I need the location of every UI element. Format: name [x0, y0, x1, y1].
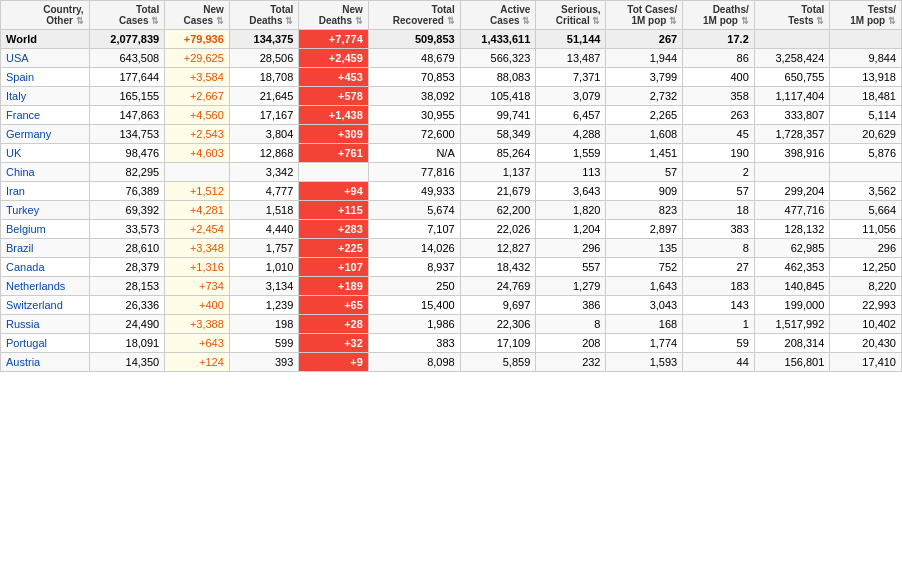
serious-critical-cell: 113	[536, 163, 606, 182]
country-cell: USA	[1, 49, 90, 68]
active-cases-cell: 58,349	[460, 125, 536, 144]
tests-1m-cell: 8,220	[830, 277, 902, 296]
tot-cases-1m-cell: 1,593	[606, 353, 683, 372]
total-cases-cell: 28,610	[89, 239, 165, 258]
country-link[interactable]: Germany	[6, 128, 51, 140]
country-link[interactable]: China	[6, 166, 35, 178]
country-link[interactable]: Belgium	[6, 223, 46, 235]
serious-critical-cell: 1,559	[536, 144, 606, 163]
country-link[interactable]: Switzerland	[6, 299, 63, 311]
total-deaths-cell: 1,010	[229, 258, 298, 277]
total-recovered-cell: 7,107	[368, 220, 460, 239]
tot-cases-1m-cell: 909	[606, 182, 683, 201]
deaths-1m-cell: 190	[683, 144, 755, 163]
active-cases-cell: 9,697	[460, 296, 536, 315]
col-total-tests[interactable]: TotalTests ⇅	[754, 1, 830, 30]
col-new-deaths[interactable]: NewDeaths ⇅	[299, 1, 368, 30]
new-cases-cell: +79,936	[165, 30, 230, 49]
new-cases-cell: +2,454	[165, 220, 230, 239]
country-link[interactable]: Austria	[6, 356, 40, 368]
active-cases-cell: 1,137	[460, 163, 536, 182]
col-active-cases[interactable]: ActiveCases ⇅	[460, 1, 536, 30]
total-recovered-cell: 1,986	[368, 315, 460, 334]
serious-critical-cell: 13,487	[536, 49, 606, 68]
tests-1m-cell: 22,993	[830, 296, 902, 315]
active-cases-cell: 24,769	[460, 277, 536, 296]
total-cases-cell: 98,476	[89, 144, 165, 163]
new-deaths-cell: +578	[299, 87, 368, 106]
serious-critical-cell: 4,288	[536, 125, 606, 144]
table-row: Germany 134,753 +2,543 3,804 +309 72,600…	[1, 125, 902, 144]
new-cases-cell: +2,543	[165, 125, 230, 144]
total-cases-cell: 2,077,839	[89, 30, 165, 49]
table-row: UK 98,476 +4,603 12,868 +761 N/A 85,264 …	[1, 144, 902, 163]
col-new-cases[interactable]: NewCases ⇅	[165, 1, 230, 30]
tot-cases-1m-cell: 2,732	[606, 87, 683, 106]
total-deaths-cell: 4,440	[229, 220, 298, 239]
total-tests-cell	[754, 163, 830, 182]
new-deaths-cell: +65	[299, 296, 368, 315]
country-link[interactable]: Canada	[6, 261, 45, 273]
deaths-1m-cell: 143	[683, 296, 755, 315]
col-tot-cases-1m[interactable]: Tot Cases/1M pop ⇅	[606, 1, 683, 30]
tests-1m-cell: 9,844	[830, 49, 902, 68]
total-deaths-cell: 21,645	[229, 87, 298, 106]
total-recovered-cell: 8,937	[368, 258, 460, 277]
total-recovered-cell: 509,853	[368, 30, 460, 49]
col-country[interactable]: Country,Other ⇅	[1, 1, 90, 30]
total-cases-cell: 76,389	[89, 182, 165, 201]
total-deaths-cell: 18,708	[229, 68, 298, 87]
col-deaths-1m[interactable]: Deaths/1M pop ⇅	[683, 1, 755, 30]
total-tests-cell	[754, 30, 830, 49]
col-total-cases[interactable]: TotalCases ⇅	[89, 1, 165, 30]
tot-cases-1m-cell: 3,043	[606, 296, 683, 315]
country-link[interactable]: Turkey	[6, 204, 39, 216]
serious-critical-cell: 7,371	[536, 68, 606, 87]
country-link[interactable]: France	[6, 109, 40, 121]
total-tests-cell: 299,204	[754, 182, 830, 201]
new-deaths-cell: +189	[299, 277, 368, 296]
total-cases-cell: 26,336	[89, 296, 165, 315]
table-row: France 147,863 +4,560 17,167 +1,438 30,9…	[1, 106, 902, 125]
total-deaths-cell: 4,777	[229, 182, 298, 201]
country-link[interactable]: UK	[6, 147, 21, 159]
country-link[interactable]: Spain	[6, 71, 34, 83]
col-serious-critical[interactable]: Serious,Critical ⇅	[536, 1, 606, 30]
country-link[interactable]: Netherlands	[6, 280, 65, 292]
tests-1m-cell: 12,250	[830, 258, 902, 277]
serious-critical-cell: 386	[536, 296, 606, 315]
deaths-1m-cell: 57	[683, 182, 755, 201]
country-link[interactable]: USA	[6, 52, 29, 64]
col-total-deaths[interactable]: TotalDeaths ⇅	[229, 1, 298, 30]
tot-cases-1m-cell: 1,451	[606, 144, 683, 163]
deaths-1m-cell: 383	[683, 220, 755, 239]
country-link[interactable]: Portugal	[6, 337, 47, 349]
active-cases-cell: 1,433,611	[460, 30, 536, 49]
total-recovered-cell: 49,933	[368, 182, 460, 201]
deaths-1m-cell: 18	[683, 201, 755, 220]
new-cases-cell: +1,512	[165, 182, 230, 201]
serious-critical-cell: 3,643	[536, 182, 606, 201]
new-deaths-cell: +32	[299, 334, 368, 353]
serious-critical-cell: 557	[536, 258, 606, 277]
active-cases-cell: 5,859	[460, 353, 536, 372]
col-tests-1m[interactable]: Tests/1M pop ⇅	[830, 1, 902, 30]
country-cell: Portugal	[1, 334, 90, 353]
tot-cases-1m-cell: 57	[606, 163, 683, 182]
total-deaths-cell: 3,134	[229, 277, 298, 296]
total-tests-cell: 398,916	[754, 144, 830, 163]
total-recovered-cell: 8,098	[368, 353, 460, 372]
total-recovered-cell: 77,816	[368, 163, 460, 182]
tests-1m-cell: 5,876	[830, 144, 902, 163]
country-link[interactable]: Italy	[6, 90, 26, 102]
table-row: China 82,295 3,342 77,816 1,137 113 57 2	[1, 163, 902, 182]
total-recovered-cell: 70,853	[368, 68, 460, 87]
table-row: USA 643,508 +29,625 28,506 +2,459 48,679…	[1, 49, 902, 68]
country-link[interactable]: Iran	[6, 185, 25, 197]
total-cases-cell: 33,573	[89, 220, 165, 239]
col-total-recovered[interactable]: TotalRecovered ⇅	[368, 1, 460, 30]
country-link[interactable]: Russia	[6, 318, 40, 330]
country-link[interactable]: Brazil	[6, 242, 34, 254]
tests-1m-cell: 17,410	[830, 353, 902, 372]
tests-1m-cell: 5,114	[830, 106, 902, 125]
